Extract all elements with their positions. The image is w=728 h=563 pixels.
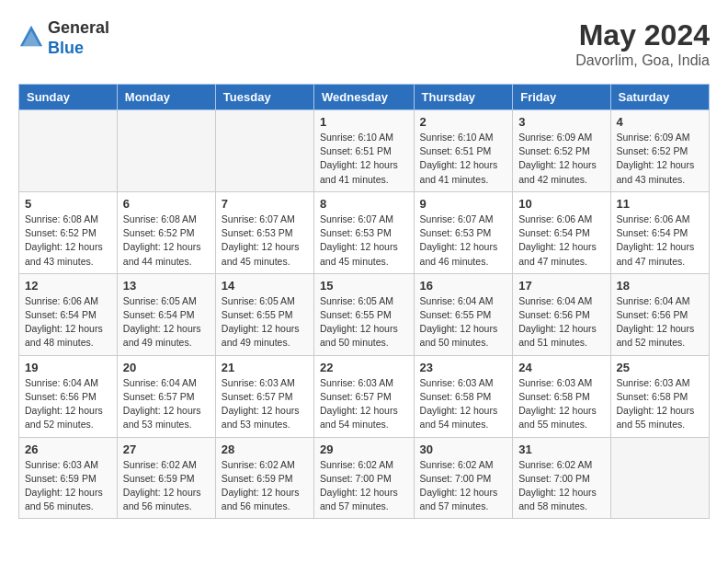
logo: General Blue xyxy=(18,18,109,58)
day-info: Sunrise: 6:04 AMSunset: 6:56 PMDaylight:… xyxy=(617,294,703,350)
calendar-week-row: 12Sunrise: 6:06 AMSunset: 6:54 PMDayligh… xyxy=(19,273,710,355)
day-info: Sunrise: 6:07 AMSunset: 6:53 PMDaylight:… xyxy=(222,213,308,269)
calendar-cell: 4Sunrise: 6:09 AMSunset: 6:52 PMDaylight… xyxy=(610,110,709,192)
calendar-week-row: 26Sunrise: 6:03 AMSunset: 6:59 PMDayligh… xyxy=(19,437,710,519)
month-title: May 2024 xyxy=(575,18,710,52)
day-number: 1 xyxy=(320,115,408,129)
calendar-week-row: 19Sunrise: 6:04 AMSunset: 6:56 PMDayligh… xyxy=(19,355,710,437)
calendar-cell: 27Sunrise: 6:02 AMSunset: 6:59 PMDayligh… xyxy=(117,437,215,519)
day-info: Sunrise: 6:09 AMSunset: 6:52 PMDaylight:… xyxy=(617,131,703,187)
calendar-header-wednesday: Wednesday xyxy=(314,85,415,110)
day-info: Sunrise: 6:02 AMSunset: 7:00 PMDaylight:… xyxy=(320,458,408,514)
calendar-cell: 11Sunrise: 6:06 AMSunset: 6:54 PMDayligh… xyxy=(610,191,709,273)
day-info: Sunrise: 6:02 AMSunset: 7:00 PMDaylight:… xyxy=(420,458,507,514)
calendar-header-monday: Monday xyxy=(117,85,215,110)
calendar-cell: 30Sunrise: 6:02 AMSunset: 7:00 PMDayligh… xyxy=(414,437,513,519)
calendar-cell: 6Sunrise: 6:08 AMSunset: 6:52 PMDaylight… xyxy=(117,191,215,273)
day-number: 29 xyxy=(320,442,408,456)
day-info: Sunrise: 6:06 AMSunset: 6:54 PMDaylight:… xyxy=(617,213,703,269)
day-info: Sunrise: 6:04 AMSunset: 6:56 PMDaylight:… xyxy=(518,294,604,350)
calendar-cell: 31Sunrise: 6:02 AMSunset: 7:00 PMDayligh… xyxy=(513,437,610,519)
calendar-week-row: 5Sunrise: 6:08 AMSunset: 6:52 PMDaylight… xyxy=(19,191,710,273)
calendar-header-sunday: Sunday xyxy=(19,85,118,110)
day-info: Sunrise: 6:03 AMSunset: 6:58 PMDaylight:… xyxy=(420,376,507,432)
calendar-cell: 24Sunrise: 6:03 AMSunset: 6:58 PMDayligh… xyxy=(513,355,610,437)
day-number: 5 xyxy=(25,197,111,211)
calendar-cell: 22Sunrise: 6:03 AMSunset: 6:57 PMDayligh… xyxy=(314,355,415,437)
day-info: Sunrise: 6:04 AMSunset: 6:55 PMDaylight:… xyxy=(420,294,507,350)
day-number: 7 xyxy=(222,197,308,211)
day-number: 3 xyxy=(518,115,604,129)
calendar-cell: 16Sunrise: 6:04 AMSunset: 6:55 PMDayligh… xyxy=(414,273,513,355)
calendar-cell: 18Sunrise: 6:04 AMSunset: 6:56 PMDayligh… xyxy=(610,273,709,355)
day-number: 14 xyxy=(222,279,308,293)
day-number: 16 xyxy=(420,279,507,293)
calendar-cell: 9Sunrise: 6:07 AMSunset: 6:53 PMDaylight… xyxy=(414,191,513,273)
day-info: Sunrise: 6:02 AMSunset: 6:59 PMDaylight:… xyxy=(222,458,308,514)
day-info: Sunrise: 6:05 AMSunset: 6:55 PMDaylight:… xyxy=(222,294,308,350)
day-number: 22 xyxy=(320,361,408,374)
day-number: 15 xyxy=(320,279,408,293)
calendar-cell: 21Sunrise: 6:03 AMSunset: 6:57 PMDayligh… xyxy=(215,355,313,437)
calendar-cell: 19Sunrise: 6:04 AMSunset: 6:56 PMDayligh… xyxy=(19,355,118,437)
calendar-week-row: 1Sunrise: 6:10 AMSunset: 6:51 PMDaylight… xyxy=(19,110,710,192)
day-number: 2 xyxy=(420,115,507,129)
calendar-cell xyxy=(215,110,313,192)
calendar-cell: 7Sunrise: 6:07 AMSunset: 6:53 PMDaylight… xyxy=(215,191,313,273)
day-info: Sunrise: 6:07 AMSunset: 6:53 PMDaylight:… xyxy=(320,213,408,269)
day-number: 31 xyxy=(518,442,604,456)
day-number: 25 xyxy=(617,361,703,374)
calendar-cell: 3Sunrise: 6:09 AMSunset: 6:52 PMDaylight… xyxy=(513,110,610,192)
day-info: Sunrise: 6:10 AMSunset: 6:51 PMDaylight:… xyxy=(320,131,408,187)
day-number: 17 xyxy=(518,279,604,293)
calendar-cell: 26Sunrise: 6:03 AMSunset: 6:59 PMDayligh… xyxy=(19,437,118,519)
day-info: Sunrise: 6:10 AMSunset: 6:51 PMDaylight:… xyxy=(420,131,507,187)
day-info: Sunrise: 6:08 AMSunset: 6:52 PMDaylight:… xyxy=(25,213,111,269)
day-number: 4 xyxy=(617,115,703,129)
day-info: Sunrise: 6:08 AMSunset: 6:52 PMDaylight:… xyxy=(123,213,210,269)
calendar-header-thursday: Thursday xyxy=(414,85,513,110)
day-number: 13 xyxy=(123,279,210,293)
calendar-cell xyxy=(19,110,118,192)
calendar-cell: 28Sunrise: 6:02 AMSunset: 6:59 PMDayligh… xyxy=(215,437,313,519)
day-info: Sunrise: 6:04 AMSunset: 6:57 PMDaylight:… xyxy=(123,376,210,432)
day-info: Sunrise: 6:06 AMSunset: 6:54 PMDaylight:… xyxy=(25,294,111,350)
day-number: 30 xyxy=(420,442,507,456)
calendar-cell: 25Sunrise: 6:03 AMSunset: 6:58 PMDayligh… xyxy=(610,355,709,437)
calendar-cell: 29Sunrise: 6:02 AMSunset: 7:00 PMDayligh… xyxy=(314,437,415,519)
day-info: Sunrise: 6:09 AMSunset: 6:52 PMDaylight:… xyxy=(518,131,604,187)
day-number: 24 xyxy=(518,361,604,374)
day-number: 28 xyxy=(222,442,308,456)
day-number: 26 xyxy=(25,442,111,456)
day-info: Sunrise: 6:03 AMSunset: 6:58 PMDaylight:… xyxy=(617,376,703,432)
calendar-header-saturday: Saturday xyxy=(610,85,709,110)
calendar-cell xyxy=(610,437,709,519)
day-info: Sunrise: 6:03 AMSunset: 6:59 PMDaylight:… xyxy=(25,458,111,514)
logo-icon xyxy=(18,24,44,50)
calendar-cell: 14Sunrise: 6:05 AMSunset: 6:55 PMDayligh… xyxy=(215,273,313,355)
day-number: 12 xyxy=(25,279,111,293)
day-number: 6 xyxy=(123,197,210,211)
day-number: 9 xyxy=(420,197,507,211)
day-number: 27 xyxy=(123,442,210,456)
logo-general-text: General xyxy=(48,18,109,39)
calendar-cell: 10Sunrise: 6:06 AMSunset: 6:54 PMDayligh… xyxy=(513,191,610,273)
day-info: Sunrise: 6:03 AMSunset: 6:58 PMDaylight:… xyxy=(518,376,604,432)
day-info: Sunrise: 6:03 AMSunset: 6:57 PMDaylight:… xyxy=(222,376,308,432)
day-info: Sunrise: 6:06 AMSunset: 6:54 PMDaylight:… xyxy=(518,213,604,269)
calendar-cell: 12Sunrise: 6:06 AMSunset: 6:54 PMDayligh… xyxy=(19,273,118,355)
calendar-cell xyxy=(117,110,215,192)
day-number: 19 xyxy=(25,361,111,374)
calendar-cell: 20Sunrise: 6:04 AMSunset: 6:57 PMDayligh… xyxy=(117,355,215,437)
calendar-cell: 2Sunrise: 6:10 AMSunset: 6:51 PMDaylight… xyxy=(414,110,513,192)
calendar-cell: 15Sunrise: 6:05 AMSunset: 6:55 PMDayligh… xyxy=(314,273,415,355)
logo-blue-text: Blue xyxy=(48,39,109,59)
day-info: Sunrise: 6:03 AMSunset: 6:57 PMDaylight:… xyxy=(320,376,408,432)
title-area: May 2024 Davorlim, Goa, India xyxy=(575,18,710,69)
day-number: 10 xyxy=(518,197,604,211)
calendar-header-tuesday: Tuesday xyxy=(215,85,313,110)
calendar-cell: 23Sunrise: 6:03 AMSunset: 6:58 PMDayligh… xyxy=(414,355,513,437)
calendar-cell: 1Sunrise: 6:10 AMSunset: 6:51 PMDaylight… xyxy=(314,110,415,192)
day-number: 20 xyxy=(123,361,210,374)
day-info: Sunrise: 6:05 AMSunset: 6:55 PMDaylight:… xyxy=(320,294,408,350)
